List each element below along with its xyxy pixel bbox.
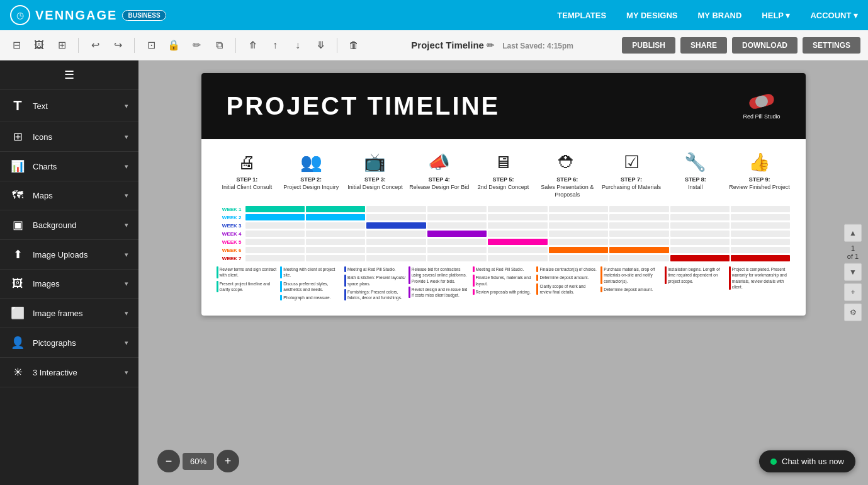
- note-color-bar: [473, 289, 475, 295]
- tool-undo[interactable]: ↩: [86, 37, 104, 54]
- sidebar-item-image-frames[interactable]: ⬜ Image frames ▾: [0, 299, 138, 328]
- tool-redo[interactable]: ↪: [109, 37, 127, 54]
- step6-num: STEP 6:: [556, 176, 578, 183]
- tool-trash[interactable]: 🗑: [345, 37, 363, 54]
- note-color-bar: [280, 281, 282, 292]
- tool-up2[interactable]: ⤊: [244, 37, 261, 54]
- step7-num: STEP 7:: [621, 176, 642, 183]
- note-item: Determine deposit amount.: [536, 275, 598, 280]
- chat-widget[interactable]: Chat with us now: [759, 450, 855, 472]
- note-text: Clarify scope of work and review final d…: [539, 283, 598, 295]
- canvas-area[interactable]: PROJECT TIMELINE Red Pill Studio 🖨 STEP …: [138, 60, 868, 485]
- sidebar-item-images[interactable]: 🖼 Images ▾: [0, 270, 138, 299]
- logo-name: Red Pill Studio: [743, 113, 780, 120]
- tool-snap[interactable]: ⊟: [8, 37, 25, 54]
- note-item: Furnishings: Present colors, fabrics, de…: [344, 289, 406, 300]
- week-label: WEEK 2: [217, 215, 244, 220]
- week-label: WEEK 1: [217, 207, 244, 212]
- note-color-bar: [217, 281, 218, 292]
- zoom-out-button[interactable]: −: [157, 450, 180, 472]
- note-item: Discuss preferred styles, aesthetics and…: [280, 281, 342, 292]
- timeline-logo: Red Pill Studio: [743, 93, 780, 120]
- sidebar-item-maps[interactable]: 🗺 Maps ▾: [0, 181, 138, 210]
- main-layout: ☰ T Text ▾ ⊞ Icons ▾ 📊 Charts ▾ 🗺 Maps ▾…: [0, 60, 868, 485]
- gantt-cell: [549, 214, 608, 220]
- tool-edit[interactable]: ✏: [188, 37, 205, 54]
- gantt-cell: [245, 231, 305, 237]
- step8-icon: 🔧: [684, 152, 706, 173]
- note-color-bar: [280, 295, 282, 300]
- step-6: ⛑ STEP 6: Sales Presentation & Proposals: [536, 152, 598, 198]
- publish-button[interactable]: PUBLISH: [622, 37, 675, 54]
- gantt-cell: [245, 255, 305, 261]
- toolbar: ⊟ 🖼 ⊞ ↩ ↪ ⊡ 🔒 ✏ ⧉ ⤊ ↑ ↓ ⤋ 🗑 Project Time…: [0, 30, 868, 60]
- gantt-row: WEEK 2: [217, 214, 791, 220]
- note-item: Present project timeline and clarify sco…: [217, 281, 278, 292]
- note-item: Project is completed. Present warranty f…: [729, 266, 791, 289]
- gantt-cell: [488, 214, 547, 220]
- tool-crop[interactable]: ⊡: [142, 37, 160, 54]
- note-item: Finalize contractor(s) of choice.: [536, 266, 598, 272]
- gantt-cell: [245, 214, 305, 220]
- note-item: Meeting with client at project site.: [280, 266, 342, 278]
- tool-copy[interactable]: ⧉: [210, 37, 228, 54]
- gantt-cell: [366, 222, 426, 229]
- zoom-in-button-bottom[interactable]: +: [217, 450, 239, 472]
- sidebar-item-interactive[interactable]: ✳ 3 Interactive ▾: [0, 358, 138, 387]
- note-color-bar: [409, 287, 410, 298]
- gantt-cell: [731, 231, 790, 237]
- sidebar-item-image-uploads[interactable]: ⬆ Image Uploads ▾: [0, 240, 138, 270]
- tool-dn1[interactable]: ↓: [289, 37, 307, 54]
- note-color-bar: [473, 275, 475, 286]
- step6-icon: ⛑: [558, 152, 576, 173]
- step-5: 🖥 STEP 5: 2nd Design Concept: [473, 152, 534, 198]
- share-button[interactable]: SHARE: [680, 37, 727, 54]
- tool-grid[interactable]: ⊞: [53, 37, 70, 54]
- tool-img[interactable]: 🖼: [30, 37, 48, 54]
- step9-title: Review Finished Project: [729, 184, 790, 191]
- gantt-row: WEEK 1: [217, 206, 791, 212]
- gantt-cell: [366, 255, 426, 261]
- logo-area: ◷ VENNGAGE BUSINESS: [10, 5, 166, 25]
- sidebar-label-maps: Maps: [33, 191, 117, 200]
- step2-num: STEP 2:: [300, 176, 322, 183]
- sidebar-hamburger[interactable]: ☰: [0, 60, 138, 90]
- settings-button[interactable]: SETTINGS: [803, 37, 860, 54]
- sidebar-item-charts[interactable]: 📊 Charts ▾: [0, 152, 138, 181]
- gantt-cell: [366, 231, 426, 237]
- nav-account[interactable]: ACCOUNT ▾: [810, 11, 858, 20]
- sidebar-item-text[interactable]: T Text ▾: [0, 90, 138, 122]
- nav-help[interactable]: HELP ▾: [762, 11, 790, 20]
- nav-mybrand[interactable]: MY BRAND: [698, 11, 742, 20]
- note-text: Determine deposit amount.: [539, 275, 598, 280]
- settings-button-canvas[interactable]: ⚙: [844, 304, 862, 321]
- sidebar-item-icons[interactable]: ⊞ Icons ▾: [0, 122, 138, 152]
- sidebar-item-pictographs[interactable]: 👤 Pictographs ▾: [0, 328, 138, 358]
- step-4: 📣 STEP 4: Release Design For Bid: [409, 152, 470, 198]
- gantt-cell: [306, 231, 365, 237]
- tool-dn2[interactable]: ⤋: [312, 37, 329, 54]
- sidebar-item-background[interactable]: ▣ Background ▾: [0, 210, 138, 240]
- note-text: Purchase materials, drop off materials o…: [604, 266, 662, 283]
- scroll-widget: ▲ 1 of 1 ▼ + ⚙: [844, 224, 862, 321]
- step-9: 👍 STEP 9: Review Finished Project: [729, 152, 791, 198]
- tool-up1[interactable]: ↑: [266, 37, 284, 54]
- note-text: Review terms and sign contract with clie…: [220, 266, 278, 278]
- zoom-in-button[interactable]: +: [844, 283, 862, 301]
- gantt-cell: [549, 222, 608, 229]
- scroll-down-button[interactable]: ▼: [844, 263, 862, 281]
- tool-lock[interactable]: 🔒: [165, 37, 183, 54]
- gantt-bar: [488, 239, 547, 245]
- timeline-header: PROJECT TIMELINE Red Pill Studio: [201, 73, 806, 139]
- note-color-bar: [217, 266, 218, 278]
- gantt-section: WEEK 1WEEK 2WEEK 3WEEK 4WEEK 5WEEK 6WEEK…: [217, 206, 791, 261]
- gantt-cell: [366, 206, 426, 212]
- gantt-cell: [245, 206, 305, 212]
- gantt-cell: [306, 206, 365, 212]
- page-number: 1 of 1: [847, 244, 859, 261]
- scroll-up-button[interactable]: ▲: [844, 224, 862, 242]
- download-button[interactable]: DOWNLOAD: [732, 37, 798, 54]
- gantt-cell: [427, 222, 487, 229]
- nav-mydesigns[interactable]: MY DESIGNS: [626, 11, 677, 20]
- nav-templates[interactable]: TEMPLATES: [557, 11, 606, 20]
